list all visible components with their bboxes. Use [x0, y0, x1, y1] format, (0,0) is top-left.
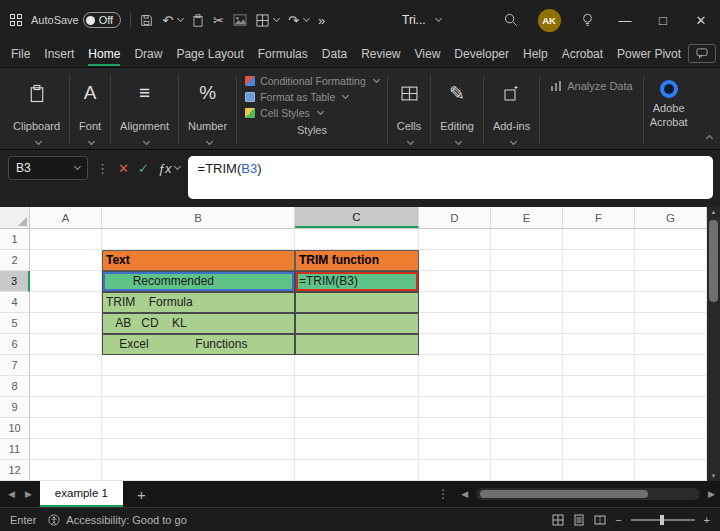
vertical-scrollbar[interactable]: ▲ ▼ — [707, 207, 720, 481]
cell-E12[interactable] — [491, 460, 563, 481]
tabbar-options-icon[interactable]: ⋮ — [437, 487, 449, 501]
cell-F5[interactable] — [563, 313, 635, 334]
tab-data[interactable]: Data — [315, 40, 354, 68]
cell-F11[interactable] — [563, 439, 635, 460]
cell-C3[interactable]: =TRIM(B3) — [295, 271, 419, 292]
tips-button[interactable] — [568, 0, 606, 40]
cell-G11[interactable] — [635, 439, 707, 460]
cell-C9[interactable] — [295, 397, 419, 418]
cell-C10[interactable] — [295, 418, 419, 439]
cell-A9[interactable] — [30, 397, 102, 418]
cell-A8[interactable] — [30, 376, 102, 397]
page-break-preview-button[interactable] — [594, 514, 606, 526]
cell-D11[interactable] — [419, 439, 491, 460]
cell-A1[interactable] — [30, 229, 102, 250]
cell-D5[interactable] — [419, 313, 491, 334]
cell-B3[interactable]: Recommended — [102, 271, 295, 292]
tab-developer[interactable]: Developer — [447, 40, 516, 68]
cell-B2[interactable]: Text — [102, 250, 295, 271]
addins-group[interactable]: Add-ins — [484, 72, 539, 147]
cell-E9[interactable] — [491, 397, 563, 418]
select-all-corner[interactable] — [0, 207, 30, 228]
cancel-entry-button[interactable]: ✕ — [118, 161, 129, 176]
excel-app-icon[interactable] — [10, 14, 22, 26]
cell-C6[interactable] — [295, 334, 419, 355]
cut-button[interactable]: ✂ — [213, 13, 224, 28]
document-title[interactable]: Tri... — [402, 0, 441, 40]
cell-E11[interactable] — [491, 439, 563, 460]
tab-home[interactable]: Home — [81, 40, 127, 68]
cell-F7[interactable] — [563, 355, 635, 376]
tab-acrobat[interactable]: Acrobat — [555, 40, 610, 68]
page-layout-view-button[interactable] — [573, 514, 585, 526]
save-button[interactable] — [140, 14, 153, 27]
cell-E4[interactable] — [491, 292, 563, 313]
cell-A7[interactable] — [30, 355, 102, 376]
number-group[interactable]: % Number — [179, 72, 236, 147]
cell-E10[interactable] — [491, 418, 563, 439]
tab-review[interactable]: Review — [354, 40, 407, 68]
cell-B8[interactable] — [102, 376, 295, 397]
row-header-8[interactable]: 8 — [0, 376, 30, 397]
cell-A4[interactable] — [30, 292, 102, 313]
search-button[interactable] — [492, 0, 530, 40]
cell-G6[interactable] — [635, 334, 707, 355]
row-header-7[interactable]: 7 — [0, 355, 30, 376]
autosave-toggle[interactable]: AutoSave Off — [31, 12, 121, 28]
font-group[interactable]: A Font — [70, 72, 110, 147]
adobe-acrobat-group[interactable]: Adobe Acrobat — [644, 72, 694, 147]
cell-E2[interactable] — [491, 250, 563, 271]
zoom-slider-thumb[interactable] — [660, 515, 664, 525]
col-header-B[interactable]: B — [102, 207, 295, 228]
row-header-1[interactable]: 1 — [0, 229, 30, 250]
cell-F9[interactable] — [563, 397, 635, 418]
cell-G4[interactable] — [635, 292, 707, 313]
cell-D9[interactable] — [419, 397, 491, 418]
cell-G8[interactable] — [635, 376, 707, 397]
cell-B11[interactable] — [102, 439, 295, 460]
cell-A2[interactable] — [30, 250, 102, 271]
tab-formulas[interactable]: Formulas — [251, 40, 315, 68]
zoom-slider[interactable] — [631, 519, 695, 521]
row-header-12[interactable]: 12 — [0, 460, 30, 481]
cell-B9[interactable] — [102, 397, 295, 418]
cell-G12[interactable] — [635, 460, 707, 481]
clipboard-group[interactable]: Clipboard — [4, 72, 69, 147]
cell-B5[interactable]: AB CD KL — [102, 313, 295, 334]
cell-F6[interactable] — [563, 334, 635, 355]
alignment-group[interactable]: ≡ Alignment — [111, 72, 178, 147]
row-header-9[interactable]: 9 — [0, 397, 30, 418]
row-header-10[interactable]: 10 — [0, 418, 30, 439]
scroll-down-icon[interactable]: ▼ — [711, 473, 717, 479]
prev-sheet-icon[interactable]: ◀ — [8, 489, 15, 499]
cell-F8[interactable] — [563, 376, 635, 397]
accessibility-status[interactable]: Accessibility: Good to go — [48, 514, 186, 526]
col-header-G[interactable]: G — [635, 207, 707, 228]
cell-A10[interactable] — [30, 418, 102, 439]
insert-picture-button[interactable] — [233, 14, 247, 26]
cell-E6[interactable] — [491, 334, 563, 355]
cell-D1[interactable] — [419, 229, 491, 250]
zoom-in-button[interactable]: + — [704, 514, 710, 526]
cell-G9[interactable] — [635, 397, 707, 418]
sheet-tab-example1[interactable]: example 1 — [40, 481, 123, 507]
cell-B12[interactable] — [102, 460, 295, 481]
clipboard-history-button[interactable] — [192, 14, 204, 27]
analyze-data-button[interactable]: Analyze Data — [540, 72, 642, 147]
collapse-ribbon-icon[interactable] — [706, 135, 713, 142]
format-as-table-button[interactable]: Format as Table — [245, 91, 379, 103]
cell-C12[interactable] — [295, 460, 419, 481]
cell-A3[interactable] — [30, 271, 102, 292]
cell-E1[interactable] — [491, 229, 563, 250]
cell-styles-button[interactable]: Cell Styles — [245, 107, 379, 119]
cell-D7[interactable] — [419, 355, 491, 376]
tab-view[interactable]: View — [408, 40, 448, 68]
tab-help[interactable]: Help — [516, 40, 555, 68]
cell-C7[interactable] — [295, 355, 419, 376]
cell-D12[interactable] — [419, 460, 491, 481]
col-header-F[interactable]: F — [563, 207, 635, 228]
comments-button[interactable] — [688, 44, 716, 63]
col-header-E[interactable]: E — [491, 207, 563, 228]
cell-F3[interactable] — [563, 271, 635, 292]
cell-F12[interactable] — [563, 460, 635, 481]
